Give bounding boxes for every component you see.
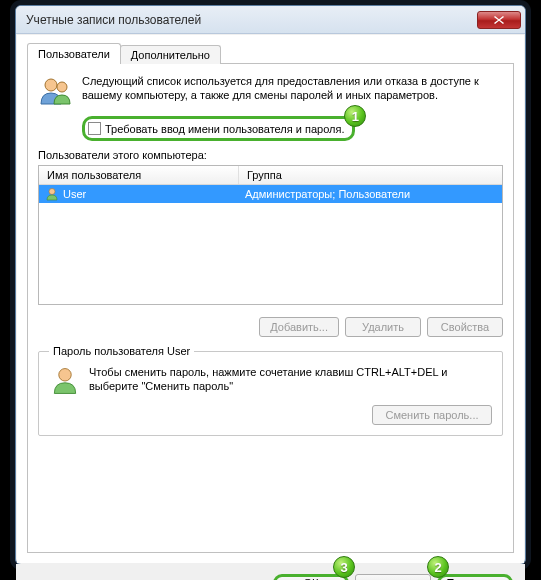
tab-users[interactable]: Пользователи: [27, 43, 121, 64]
table-row[interactable]: User Администраторы; Пользователи: [39, 185, 502, 203]
tab-panel-users: Следующий список используется для предос…: [27, 63, 514, 553]
svg-point-1: [57, 82, 67, 92]
annotation-badge-1: 1: [344, 105, 366, 127]
column-group[interactable]: Группа: [239, 166, 502, 184]
list-buttons-row: Добавить... Удалить Свойства: [38, 317, 503, 337]
listview-header[interactable]: Имя пользователя Группа: [39, 166, 502, 185]
close-icon: [494, 16, 504, 24]
users-listview[interactable]: Имя пользователя Группа User Администрат…: [38, 165, 503, 305]
svg-point-3: [59, 369, 71, 381]
cancel-button[interactable]: Отмена: [355, 574, 431, 580]
password-user-icon: [49, 365, 81, 397]
user-row-icon: [45, 187, 59, 201]
users-list-label: Пользователи этого компьютера:: [38, 149, 503, 161]
svg-point-0: [45, 79, 57, 91]
dialog-window: Учетные записи пользователей Пользовател…: [15, 5, 526, 565]
column-username[interactable]: Имя пользователя: [39, 166, 239, 184]
intro-text: Следующий список используется для предос…: [82, 74, 503, 110]
require-credentials-row[interactable]: Требовать ввод имени пользователя и паро…: [82, 116, 355, 141]
require-credentials-label: Требовать ввод имени пользователя и паро…: [105, 123, 344, 135]
cell-username-text: User: [63, 188, 86, 200]
password-group-legend: Пароль пользователя User: [49, 345, 194, 357]
titlebar[interactable]: Учетные записи пользователей: [16, 6, 525, 34]
close-button[interactable]: [477, 11, 521, 29]
remove-button[interactable]: Удалить: [345, 317, 421, 337]
cell-group: Администраторы; Пользователи: [239, 185, 502, 203]
annotation-badge-2: 2: [427, 556, 449, 578]
properties-button[interactable]: Свойства: [427, 317, 503, 337]
tab-strip: Пользователи Дополнительно: [27, 43, 514, 64]
annotation-badge-3: 3: [333, 556, 355, 578]
tab-advanced[interactable]: Дополнительно: [120, 45, 221, 64]
apply-button[interactable]: Применить: [437, 574, 513, 580]
window-title: Учетные записи пользователей: [26, 13, 477, 27]
users-icon: [38, 74, 74, 110]
change-password-button[interactable]: Сменить пароль...: [372, 405, 492, 425]
password-instruction-text: Чтобы сменить пароль, нажмите сочетание …: [89, 365, 492, 393]
dialog-footer: ОК 3 Отмена Применить 2: [16, 564, 525, 580]
content-area: Пользователи Дополнительно Следующий спи…: [17, 35, 524, 563]
svg-point-2: [49, 189, 55, 195]
intro-row: Следующий список используется для предос…: [38, 74, 503, 110]
password-group: Пароль пользователя User Чтобы сменить п…: [38, 345, 503, 436]
add-button[interactable]: Добавить...: [259, 317, 339, 337]
require-credentials-checkbox[interactable]: [88, 122, 101, 135]
cell-username: User: [39, 185, 239, 203]
